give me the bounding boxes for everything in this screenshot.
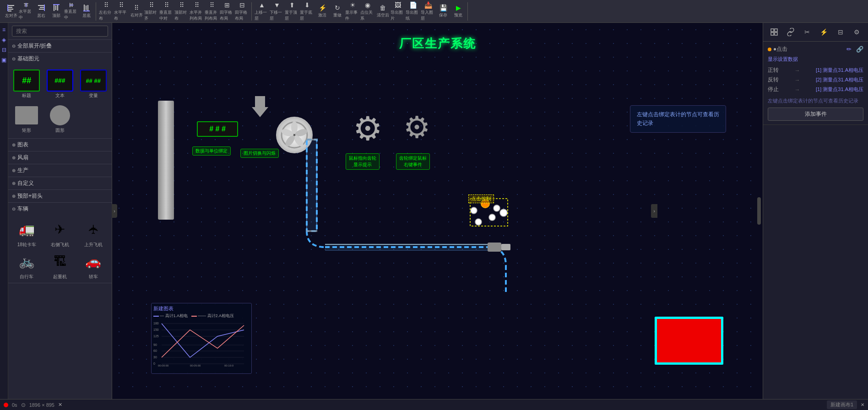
vertical-bar (158, 101, 174, 220)
rpanel-table-btn[interactable]: ⊟ (834, 26, 847, 38)
section-arrowhead-header[interactable]: ⊕ 预部+箭头 (8, 190, 112, 202)
section-all-header[interactable]: ⊖ 全部展开/折叠 (8, 40, 112, 52)
point-rel-btn[interactable]: ◉点位关系 (360, 2, 375, 21)
right-panel-toggle[interactable]: › (651, 204, 657, 218)
chart-svg: 180 150 125 90 60 30 0 00:0 (153, 321, 245, 367)
circle-label: 圆形 (55, 127, 65, 134)
clear-btn[interactable]: 🗑清空后 (375, 2, 390, 21)
status-tab-close[interactable]: ✕ (861, 402, 864, 407)
rpanel-grid-btn[interactable] (768, 26, 781, 38)
rpanel-event-btn[interactable]: ⚡ (818, 26, 830, 38)
dist-hh-btn[interactable]: ⠿水平平布 (114, 2, 129, 21)
svg-text:180: 180 (153, 322, 159, 325)
move-down-btn[interactable]: ▼下移一层 (270, 2, 284, 21)
section-chart-header[interactable]: ⊕ 图表 (8, 139, 112, 151)
status-close[interactable]: ✕ (58, 402, 62, 408)
export-img-btn[interactable]: 🖼导出图片 (391, 2, 405, 21)
rp-val-stop: [1] 测量点31.A相电压 (816, 86, 863, 93)
plane-right-icon: ✈ (47, 218, 73, 241)
svg-rect-1 (8, 7, 12, 8)
dist-vm-btn[interactable]: ⠿垂直居中对 (159, 2, 174, 21)
rp-val-reverse: [2] 测量点31.A相电压 (816, 76, 863, 83)
bike-label: 自行车 (20, 274, 33, 280)
dist-r-btn[interactable]: ⠿右对齐 (129, 2, 144, 21)
rpanel-cut-btn[interactable]: ✂ (801, 26, 814, 38)
section-basic-header[interactable]: ⊖ 基础图元 (8, 53, 112, 65)
status-cursor-icon: ⊙ (21, 402, 26, 408)
to-top-btn[interactable]: ⬆置于顶层 (285, 2, 299, 21)
rp-edit-icon[interactable]: ✏ (846, 46, 852, 53)
gear2[interactable]: ⚙ (403, 112, 430, 142)
import-layer-btn[interactable]: 📥导入图层 (421, 2, 435, 21)
rp-link-icon[interactable]: 🔗 (856, 46, 863, 53)
sidebar-icon-3[interactable]: ⊟ (2, 47, 6, 53)
vehicle-crane[interactable]: 🏗 起重机 (44, 250, 76, 280)
dist-vl-btn[interactable]: ⠿垂直并列布局 (205, 2, 219, 21)
redo-btn[interactable]: ↻重做 (330, 2, 345, 21)
rpanel-settings-btn[interactable]: ⚙ (851, 26, 863, 38)
section-fan-header[interactable]: ⊕ 风扇 (8, 151, 112, 164)
rpanel-link-btn[interactable] (784, 26, 797, 38)
svg-rect-10 (40, 7, 44, 8)
vehicle-car[interactable]: 🚗 轿车 (77, 250, 109, 280)
align-vcenter-btn[interactable]: 垂直居中 (64, 2, 79, 21)
status-tab[interactable]: 新建画布1 (827, 400, 857, 409)
section-chart-label: 图表 (17, 141, 28, 149)
item-rect[interactable]: 矩形 (11, 102, 43, 135)
dist-hl-btn[interactable]: ⠿水平并列布局 (190, 2, 204, 21)
align-hcenter-btn[interactable]: 水平居中 (19, 2, 33, 21)
rp-val-forward: [1] 测量点31.A相电压 (816, 67, 863, 74)
svg-rect-23 (87, 5, 88, 11)
text-label: 文本 (55, 92, 65, 99)
item-variable[interactable]: ## ## 变量 (77, 68, 109, 101)
search-input[interactable] (12, 26, 108, 37)
sidebar-toggle[interactable]: › (112, 204, 117, 218)
svg-text:00:10:0: 00:10:0 (224, 364, 234, 367)
gear1[interactable]: ⚙ (353, 112, 383, 145)
section-vehicle-label: 车辆 (17, 205, 28, 213)
to-bottom-btn[interactable]: ⬇置于底层 (300, 2, 315, 21)
legend-item-1: — 高计1.A相电 (153, 313, 188, 319)
sidebar-icon-4[interactable]: ▣ (1, 57, 6, 63)
activate-btn[interactable]: ⚡激活 (315, 2, 330, 21)
svg-rect-21 (84, 5, 85, 11)
add-event-btn[interactable]: 添加事件 (768, 108, 863, 121)
section-custom-header[interactable]: ⊕ 自定义 (8, 177, 112, 189)
vehicle-truck[interactable]: 🚛 18轮卡车 (11, 218, 43, 248)
align-top-btn[interactable]: 顶部 (49, 2, 64, 21)
rp-dot-icon (768, 48, 771, 51)
canvas-area[interactable]: 厂区生产系统 # # # 数据与单位绑定 图片切换与闪烁 ⚙ (112, 23, 763, 399)
canvas-scrollbar[interactable] (757, 197, 761, 225)
svg-rect-12 (44, 5, 45, 11)
preview-btn[interactable]: ▶预览 (451, 2, 466, 21)
dist-h-btn[interactable]: ⠿左右分布 (99, 2, 114, 21)
chart-legend: — 高计1.A相电 —— 高计2.A相电压 (153, 313, 250, 319)
svg-rect-4 (7, 5, 8, 11)
dist-t-btn[interactable]: ⠿顶部对齐 (144, 2, 159, 21)
align-bottom-btn[interactable]: 居底 (79, 2, 94, 21)
section-vehicle-header[interactable]: ⊖ 车辆 (8, 203, 112, 215)
item-text[interactable]: ### 文本 (44, 68, 76, 101)
section-production-header[interactable]: ⊕ 生产 (8, 164, 112, 177)
show-event-btn[interactable]: ☀显示事件 (345, 2, 360, 21)
item-circle[interactable]: 圆形 (44, 102, 76, 135)
align-right-btn[interactable]: 居右 (34, 2, 49, 21)
section-fan-label: 风扇 (17, 154, 28, 162)
vehicle-plane-up[interactable]: ✈ 上升飞机 (77, 218, 109, 248)
sidebar-icon-2[interactable]: ◈ (2, 37, 6, 43)
data-display-box[interactable]: # # # (197, 121, 238, 137)
vehicle-bike[interactable]: 🚲 自行车 (11, 250, 43, 280)
save-btn[interactable]: 💾保存 (436, 2, 450, 21)
item-tag[interactable]: ## 标题 (11, 68, 43, 101)
svg-text:30: 30 (153, 356, 157, 359)
dist-tv-btn[interactable]: ⠿顶部对布 (174, 2, 189, 21)
dist-grid2-btn[interactable]: ⊟田字格布局 (235, 2, 250, 21)
move-up-btn[interactable]: ▲上移一层 (255, 2, 269, 21)
info-box: 左键点击绑定表计的节点可查看历史记录 (630, 105, 726, 133)
vehicle-plane-right[interactable]: ✈ 右侧飞机 (44, 218, 76, 248)
dist-grid-btn[interactable]: ⊞田字格布局 (220, 2, 234, 21)
align-left-btn[interactable]: 左对齐 (4, 2, 18, 21)
export-paper-btn[interactable]: 📄导出图纸 (406, 2, 420, 21)
red-output-box[interactable] (655, 317, 723, 365)
sidebar-icon-1[interactable]: ≡ (2, 27, 5, 33)
